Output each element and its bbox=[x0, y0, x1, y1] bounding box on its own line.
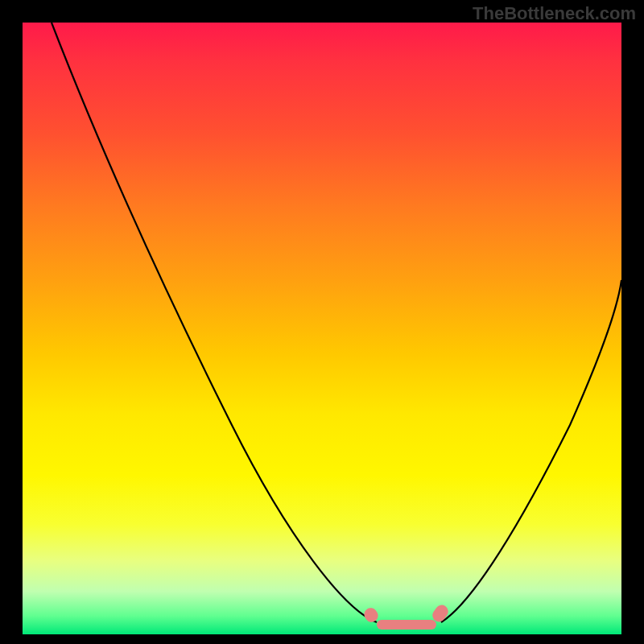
chart-plot-area bbox=[23, 23, 621, 634]
watermark-text: TheBottleneck.com bbox=[473, 3, 636, 24]
optimal-marker-mid bbox=[377, 620, 436, 630]
bottleneck-curve bbox=[23, 23, 621, 634]
